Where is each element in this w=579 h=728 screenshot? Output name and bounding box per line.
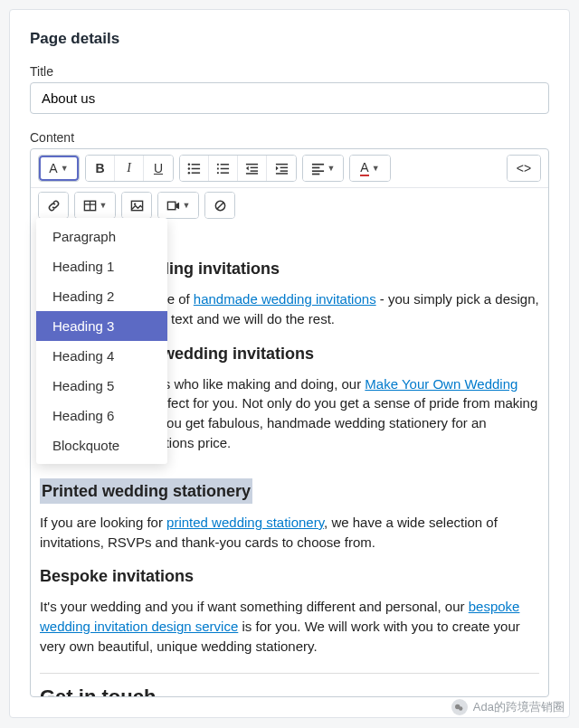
svg-rect-23	[311, 166, 318, 168]
svg-rect-8	[217, 167, 219, 169]
svg-marker-14	[246, 165, 249, 170]
indent-button[interactable]	[267, 156, 296, 181]
svg-point-4	[188, 171, 190, 173]
content-heading-cutoff: Get in touch	[40, 683, 539, 696]
table-dropdown-button[interactable]: ▼	[75, 193, 115, 218]
video-icon	[166, 199, 180, 213]
align-left-icon	[311, 162, 325, 175]
align-dropdown-button[interactable]: ▼	[303, 156, 343, 181]
dd-heading-4[interactable]: Heading 4	[36, 341, 167, 371]
format-letter: A	[49, 161, 57, 175]
indent-icon	[275, 162, 289, 175]
svg-rect-25	[311, 173, 318, 175]
content-link[interactable]: printed wedding stationery	[166, 515, 324, 530]
watermark: Ada的跨境营销圈	[451, 699, 565, 715]
chevron-down-icon: ▼	[183, 201, 191, 210]
svg-rect-7	[221, 164, 229, 165]
svg-point-0	[188, 163, 190, 165]
dd-paragraph[interactable]: Paragraph	[36, 222, 167, 251]
svg-marker-32	[176, 202, 179, 209]
svg-rect-18	[280, 166, 287, 168]
dd-heading-2[interactable]: Heading 2	[36, 281, 167, 311]
image-icon	[130, 199, 144, 213]
numbered-list-icon	[216, 162, 230, 175]
bullet-list-button[interactable]	[180, 156, 209, 181]
content-link[interactable]: handmade wedding invitations	[194, 291, 376, 307]
outdent-icon	[245, 162, 259, 175]
svg-point-36	[459, 706, 462, 710]
svg-marker-19	[275, 165, 278, 170]
svg-rect-3	[192, 167, 200, 169]
wechat-icon	[451, 699, 468, 715]
font-color-button[interactable]: A ▼	[350, 156, 390, 181]
title-input[interactable]	[30, 82, 549, 114]
image-button[interactable]	[122, 193, 151, 218]
chevron-down-icon: ▼	[61, 164, 69, 173]
clear-formatting-button[interactable]	[205, 193, 234, 218]
svg-rect-24	[311, 170, 323, 172]
svg-rect-5	[192, 172, 200, 174]
svg-point-30	[133, 203, 135, 204]
format-dropdown-button[interactable]: A ▼	[39, 156, 79, 181]
svg-rect-1	[192, 164, 200, 165]
video-dropdown-button[interactable]: ▼	[158, 193, 198, 218]
svg-rect-21	[275, 173, 287, 175]
svg-rect-16	[246, 173, 258, 175]
link-icon	[47, 199, 61, 213]
editor-toolbar: A ▼ B I U	[31, 149, 548, 188]
html-view-button[interactable]: <>	[508, 156, 540, 181]
chevron-down-icon: ▼	[372, 164, 380, 173]
content-label: Content	[30, 130, 549, 145]
bullet-list-icon	[187, 162, 201, 175]
svg-line-34	[216, 202, 223, 208]
svg-rect-22	[311, 163, 323, 165]
svg-rect-9	[221, 167, 229, 169]
svg-rect-10	[217, 172, 219, 174]
bold-button[interactable]: B	[86, 156, 115, 181]
outdent-button[interactable]	[238, 156, 267, 181]
format-dropdown-menu: Paragraph Heading 1 Heading 2 Heading 3 …	[36, 218, 167, 464]
svg-rect-17	[275, 163, 287, 165]
italic-button[interactable]: I	[115, 156, 144, 181]
svg-rect-6	[217, 163, 219, 165]
link-button[interactable]	[39, 193, 68, 218]
title-label: Title	[30, 64, 549, 79]
page-details-panel: Page details Title Content A ▼ B I U	[9, 9, 570, 718]
svg-rect-13	[251, 166, 258, 168]
watermark-text: Ada的跨境营销圈	[473, 699, 565, 715]
numbered-list-button[interactable]	[209, 156, 238, 181]
content-heading: Bespoke invitations	[40, 564, 539, 588]
dd-heading-1[interactable]: Heading 1	[36, 251, 167, 281]
svg-rect-12	[246, 163, 258, 165]
table-icon	[83, 199, 97, 213]
chevron-down-icon: ▼	[100, 201, 108, 210]
svg-point-2	[188, 167, 190, 169]
content-paragraph: It's your wedding and you if want someth…	[40, 597, 539, 656]
dd-heading-6[interactable]: Heading 6	[36, 401, 167, 430]
svg-rect-15	[251, 170, 258, 172]
content-paragraph: If you are looking for printed wedding s…	[40, 513, 539, 553]
rich-text-editor: A ▼ B I U	[30, 148, 549, 697]
content-heading-selected: Printed wedding stationery	[40, 478, 252, 504]
svg-rect-31	[167, 202, 175, 209]
underline-button[interactable]: U	[144, 156, 173, 181]
content-hr	[40, 673, 539, 674]
clear-format-icon	[214, 199, 227, 213]
dd-blockquote[interactable]: Blockquote	[36, 430, 167, 460]
dd-heading-5[interactable]: Heading 5	[36, 371, 167, 401]
svg-rect-11	[221, 172, 229, 174]
svg-rect-20	[280, 170, 287, 172]
dd-heading-3[interactable]: Heading 3	[36, 311, 167, 341]
font-color-icon: A	[360, 161, 368, 176]
panel-heading: Page details	[30, 30, 549, 48]
chevron-down-icon: ▼	[327, 164, 336, 173]
